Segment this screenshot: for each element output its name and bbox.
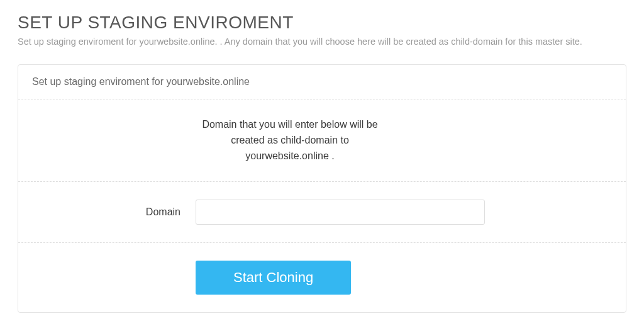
domain-section: Domain	[18, 182, 626, 243]
domain-label: Domain	[32, 206, 196, 218]
actions-section: Start Cloning	[18, 243, 626, 312]
panel-heading: Set up staging enviroment for yourwebsit…	[18, 65, 626, 99]
domain-input[interactable]	[196, 200, 485, 225]
description-section: Domain that you will enter below will be…	[18, 99, 626, 182]
description-text: Domain that you will enter below will be…	[196, 117, 384, 164]
page-subtitle: Set up staging enviroment for yourwebsit…	[18, 37, 626, 47]
page-title: SET UP STAGING ENVIROMENT	[18, 13, 626, 33]
start-cloning-button[interactable]: Start Cloning	[196, 261, 351, 295]
staging-panel: Set up staging enviroment for yourwebsit…	[18, 64, 626, 313]
